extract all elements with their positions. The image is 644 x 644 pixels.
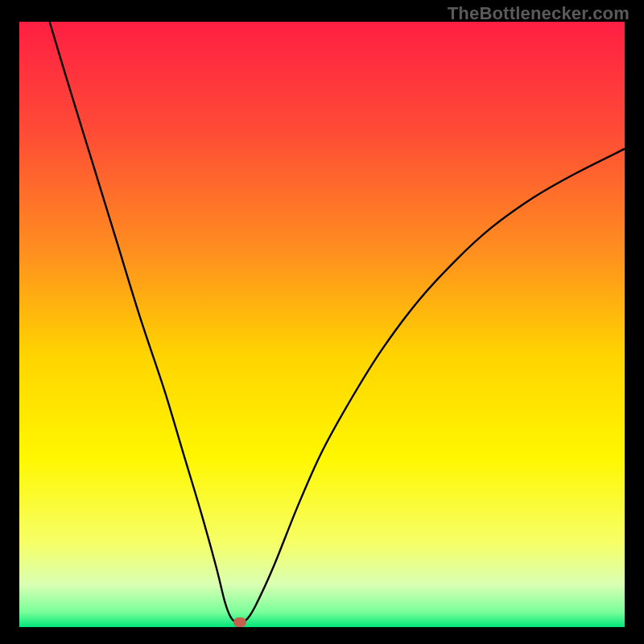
watermark-label: TheBottlenecker.com — [448, 3, 630, 24]
chart-frame: TheBottlenecker.com — [0, 0, 644, 644]
plot-svg — [19, 22, 625, 627]
optimal-point-marker — [233, 617, 246, 627]
plot-area — [19, 22, 625, 627]
gradient-background — [19, 22, 625, 627]
